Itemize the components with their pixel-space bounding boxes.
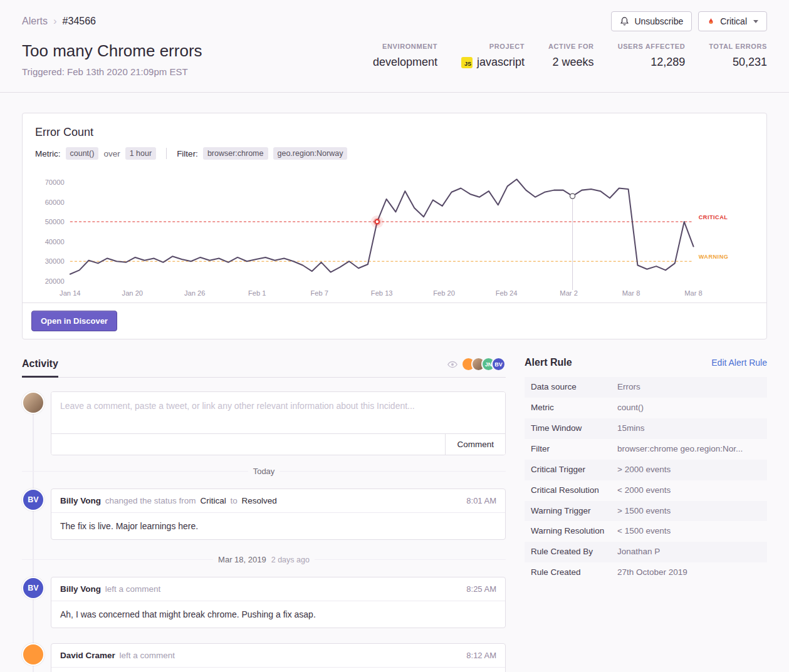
svg-text:Feb 1: Feb 1 (248, 289, 266, 297)
rule-value: > 2000 events (617, 464, 671, 476)
rule-row: Warning Resolution< 1500 events (525, 521, 767, 542)
svg-text:Feb 20: Feb 20 (433, 289, 455, 297)
activity-item-comment: David Cramer left a comment 8:12 AM This… (22, 643, 506, 672)
item-body: This looks pretty serious. Reaching out … (51, 668, 505, 672)
rule-value: 15mins (617, 423, 645, 435)
error-count-chart: 200003000040000500006000070000Jan 14Jan … (35, 163, 754, 300)
edit-alert-rule-link[interactable]: Edit Alert Rule (711, 358, 767, 368)
rule-key: Data source (531, 381, 617, 393)
stat-label: TOTAL ERRORS (709, 43, 767, 50)
activity-item-status-change: BV Billy Vong changed the status from Cr… (22, 488, 506, 540)
triggered-timestamp: Triggered: Feb 13th 2020 21:09pm EST (22, 66, 202, 77)
stat-users-affected: USERS AFFECTED 12,289 (618, 43, 686, 69)
stat-label: ENVIRONMENT (373, 43, 437, 50)
rule-key: Warning Trigger (531, 505, 617, 517)
svg-text:Jan 20: Jan 20 (122, 289, 144, 297)
rule-row: Warning Trigger> 1500 events (525, 501, 767, 522)
rule-key: Metric (531, 402, 617, 414)
current-user-avatar (22, 391, 44, 414)
today-divider: Today (22, 467, 506, 476)
to-word: to (230, 496, 237, 505)
stat-label: ACTIVE FOR (548, 43, 594, 50)
status-label: Critical (720, 16, 747, 26)
comment-submit-button[interactable]: Comment (445, 434, 505, 455)
rule-value: 27th October 2019 (617, 567, 687, 579)
stat-total-errors: TOTAL ERRORS 50,231 (709, 43, 767, 69)
from-status: Critical (200, 496, 226, 505)
main-content: Error Count Metric: count() over 1 hour … (0, 113, 789, 672)
stat-label: USERS AFFECTED (618, 43, 686, 50)
chart-title: Error Count (35, 126, 754, 139)
rule-row: Rule Created ByJonathan P (525, 542, 767, 562)
comment-input[interactable] (51, 392, 505, 433)
flame-icon (707, 17, 715, 26)
stat-environment: ENVIRONMENT development (373, 43, 437, 69)
over-label: over (103, 149, 120, 158)
rule-row: Critical Trigger> 2000 events (525, 460, 767, 480)
item-time: 8:12 AM (466, 651, 496, 660)
svg-text:Mar 8: Mar 8 (684, 289, 703, 297)
rule-key: Time Window (531, 423, 617, 435)
avatar (22, 643, 44, 666)
stat-value: development (373, 56, 437, 69)
svg-text:40000: 40000 (45, 238, 65, 246)
date-divider: Mar 18, 2019 2 days ago (22, 555, 506, 564)
breadcrumb-alert-id: #34566 (63, 16, 96, 27)
error-count-panel: Error Count Metric: count() over 1 hour … (22, 113, 767, 339)
rule-row: Data sourceErrors (525, 377, 767, 398)
metric-label: Metric: (35, 149, 61, 158)
avatar: BV (22, 577, 44, 599)
svg-text:Jan 14: Jan 14 (60, 289, 80, 297)
page-header: Alerts › #34566 Unsubscribe Critical Too… (0, 0, 789, 93)
rule-key: Critical Trigger (531, 464, 617, 476)
comment-composer: Comment (22, 391, 506, 455)
svg-text:Feb 7: Feb 7 (310, 289, 328, 297)
rule-key: Rule Created (531, 567, 617, 579)
svg-text:Feb 24: Feb 24 (496, 289, 518, 297)
rule-value: Jonathan P (617, 546, 660, 558)
action-text: left a comment (105, 584, 161, 594)
rule-row: Critical Resolution< 2000 events (525, 480, 767, 501)
open-in-discover-button[interactable]: Open in Discover (31, 311, 117, 331)
avatar: BV (22, 488, 44, 511)
rule-row: Filterbrowser:chrome geo.region:Nor... (525, 439, 767, 460)
item-time: 8:01 AM (466, 496, 496, 505)
stat-project: PROJECT JS javascript (461, 43, 525, 69)
item-time: 8:25 AM (466, 584, 496, 594)
item-body: Ah, I was concerned that might break chr… (51, 601, 505, 628)
svg-text:Mar 8: Mar 8 (622, 289, 640, 297)
unsubscribe-button[interactable]: Unsubscribe (611, 11, 692, 31)
divider-relative: 2 days ago (271, 556, 310, 564)
filter-label: Filter: (177, 149, 198, 158)
svg-text:Mar 2: Mar 2 (560, 289, 578, 297)
chevron-down-icon (753, 20, 758, 23)
divider-label: Today (253, 467, 275, 476)
status-dropdown-button[interactable]: Critical (698, 11, 767, 31)
svg-text:50000: 50000 (45, 218, 65, 225)
rule-key: Warning Resolution (531, 525, 617, 537)
eye-icon (447, 359, 458, 370)
rule-row: Metriccount() (525, 398, 767, 418)
filter-tag-region: geo.region:Norway (273, 147, 348, 160)
alert-stats: ENVIRONMENT development PROJECT JS javas… (373, 43, 767, 69)
stat-value[interactable]: javascript (477, 56, 525, 69)
rule-value: browser:chrome geo.region:Nor... (617, 443, 743, 455)
activity-section: Activity JNBV Comment (22, 357, 506, 672)
action-text: left a comment (120, 651, 175, 660)
author-name: Billy Vong (60, 496, 101, 505)
author-name: David Cramer (60, 651, 115, 660)
activity-item-comment: BV Billy Vong left a comment 8:25 AM Ah,… (22, 577, 506, 628)
filter-tag-browser: browser:chrome (203, 147, 268, 160)
alert-rule-table: Data sourceErrors Metriccount() Time Win… (525, 377, 767, 583)
action-text: changed the status from (105, 496, 196, 505)
divider-date: Mar 18, 2019 (218, 555, 266, 564)
viewer-avatar: BV (491, 357, 506, 371)
interval-tag: 1 hour (125, 147, 156, 160)
stat-label: PROJECT (461, 43, 525, 50)
activity-timeline: Comment Today BV Billy Vong changed the … (22, 391, 506, 672)
breadcrumb-alerts[interactable]: Alerts (22, 16, 48, 27)
author-name: Billy Vong (60, 584, 101, 594)
svg-text:30000: 30000 (45, 257, 65, 265)
rule-value: Errors (617, 381, 640, 393)
activity-heading: Activity (22, 358, 58, 378)
